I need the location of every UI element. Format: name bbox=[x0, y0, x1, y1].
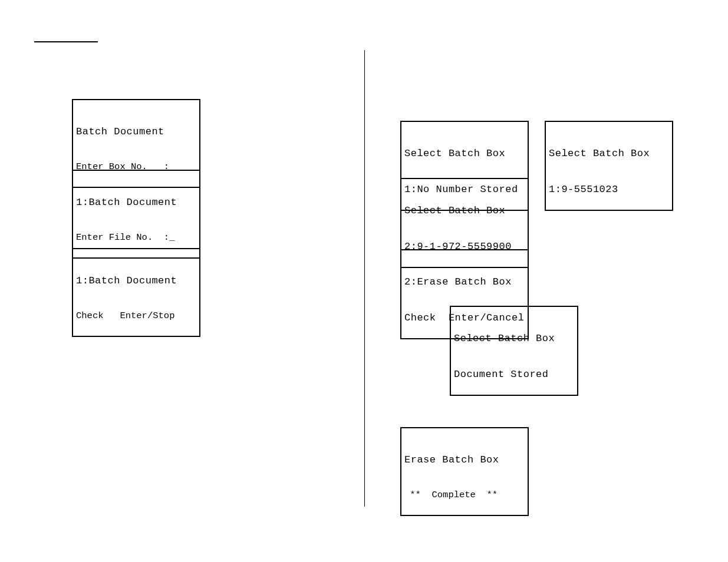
lcd-line1: Select Batch Box bbox=[549, 147, 669, 160]
lcd-line1: Erase Batch Box bbox=[404, 454, 525, 466]
lcd-line2: 1:9-5551023 bbox=[549, 183, 669, 196]
lcd-line2: Enter File No. :_ bbox=[76, 232, 196, 243]
lcd-check-enter-stop: 1:Batch Document Check Enter/Stop bbox=[72, 248, 200, 337]
lcd-line2: Check Enter/Stop bbox=[76, 310, 196, 322]
lcd-erase-complete: Erase Batch Box ** Complete ** bbox=[400, 427, 529, 516]
lcd-line1: 1:Batch Document bbox=[76, 196, 196, 209]
lcd-document-stored: Select Batch Box Document Stored bbox=[450, 306, 578, 396]
lcd-line1: 2:Erase Batch Box bbox=[404, 276, 525, 288]
lcd-line1: 1:Batch Document bbox=[76, 275, 196, 287]
lcd-line2: Document Stored bbox=[454, 368, 574, 381]
lcd-line2: ** Complete ** bbox=[404, 490, 525, 501]
lcd-enter-file: 1:Batch Document Enter File No. :_ bbox=[72, 170, 200, 259]
lcd-select-9-5551023: Select Batch Box 1:9-5551023 bbox=[545, 121, 673, 211]
lcd-line1: Select Batch Box bbox=[454, 332, 574, 345]
lcd-line1: Batch Document bbox=[76, 125, 196, 138]
header-underline bbox=[34, 41, 98, 42]
lcd-line1: Select Batch Box bbox=[404, 204, 525, 217]
column-divider bbox=[364, 50, 365, 507]
lcd-line1: Select Batch Box bbox=[404, 147, 525, 160]
